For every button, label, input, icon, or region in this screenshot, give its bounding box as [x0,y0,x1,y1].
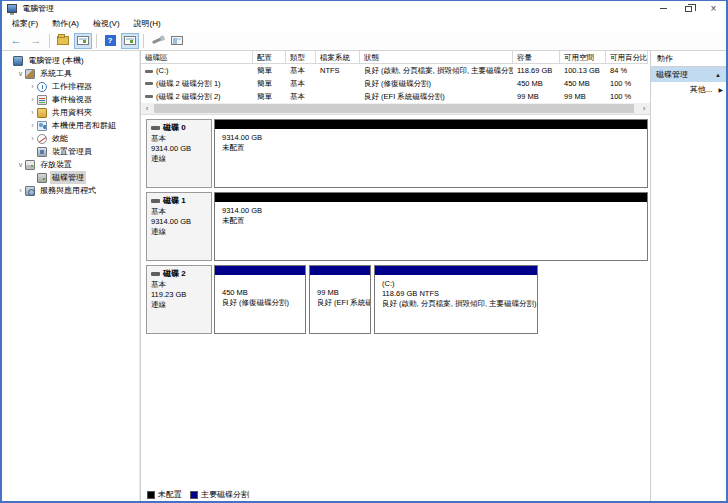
tree-item-storage[interactable]: ∨ 存放裝置 [2,158,139,171]
volume-row-c[interactable]: (C:) 簡單 基本 NTFS 良好 (啟動, 分頁檔案, 損毀傾印, 主要磁碟… [141,64,650,77]
expand-chevron-icon[interactable]: › [28,122,37,129]
title-bar: 電腦管理 × [2,1,726,16]
col-status[interactable]: 狀態 [360,51,513,64]
volume-list-header: 磁碟區 配置 類型 檔案系統 狀態 容量 可用空間 可用百分比 [141,51,650,64]
toolbar-separator [143,34,144,48]
volume-row-disk2-part1[interactable]: (磁碟 2 磁碟分割 1) 簡單 基本 良好 (修復磁碟分割) 450 MB 4… [141,77,650,90]
tree-item-device-manager[interactable]: 裝置管理員 [2,145,139,158]
tree-item-shared-folders[interactable]: › 共用資料夾 [2,106,139,119]
forward-arrow-icon: → [31,35,42,46]
properties-panel-button[interactable] [168,33,186,49]
tree-item-performance[interactable]: › 效能 [2,132,139,145]
computer-management-window: 電腦管理 × 檔案(F) 動作(A) 檢視(V) 說明(H) ← → ? [0,0,728,503]
computer-management-icon [7,4,17,13]
collapse-chevron-icon[interactable]: ∨ [16,70,25,78]
col-type[interactable]: 類型 [286,51,316,64]
toolbar: ← → ? [2,31,726,51]
device-manager-icon [37,147,47,157]
horizontal-scrollbar[interactable]: ‹ › [141,103,650,115]
disk-management-icon [37,173,47,183]
unallocated-swatch-icon [147,491,155,499]
disk-management-view: 磁碟區 配置 類型 檔案系統 狀態 容量 可用空間 可用百分比 (C:) 簡單 … [141,51,650,501]
col-filesystem[interactable]: 檔案系統 [316,51,360,64]
tree-item-disk-management[interactable]: 磁碟管理 [2,171,139,184]
disk-2-c-partition[interactable]: (C:) 118.69 GB NTFS 良好 (啟動, 分頁檔案, 損毀傾印, … [374,265,538,334]
expand-chevron-icon[interactable]: › [16,187,25,194]
disk-0-unallocated-region[interactable]: 9314.00 GB 未配置 [214,119,648,188]
volume-list: 磁碟區 配置 類型 檔案系統 狀態 容量 可用空間 可用百分比 (C:) 簡單 … [141,51,650,103]
action-pane-icon [124,36,136,45]
col-layout[interactable]: 配置 [253,51,286,64]
disk-1-info[interactable]: 磁碟 1 基本 9314.00 GB 連線 [146,192,212,261]
expand-chevron-icon[interactable]: › [28,135,37,142]
expand-chevron-icon[interactable]: › [28,83,37,90]
task-scheduler-icon [37,82,47,92]
system-tools-icon [25,69,35,79]
scroll-right-icon[interactable]: › [638,103,650,115]
unallocated-band [215,193,647,202]
close-button[interactable]: × [701,1,726,16]
collapse-chevron-icon[interactable]: ∨ [16,161,25,169]
show-console-tree-button[interactable] [54,33,72,49]
show-action-pane-button[interactable] [121,33,139,49]
menu-action[interactable]: 動作(A) [45,16,86,31]
local-users-groups-icon [37,121,47,131]
disk-icon [151,126,160,130]
minimize-button[interactable] [651,1,676,16]
col-pct-free[interactable]: 可用百分比 [606,51,648,64]
expand-chevron-icon[interactable]: › [28,109,37,116]
more-arrow-icon[interactable]: ▶ [718,86,723,93]
disk-2-info[interactable]: 磁碟 2 基本 119.23 GB 連線 [146,265,212,334]
help-button[interactable]: ? [101,33,119,49]
primary-partition-swatch-icon [190,491,198,499]
primary-partition-band [310,266,370,275]
volume-row-disk2-part2[interactable]: (磁碟 2 磁碟分割 2) 簡單 基本 良好 (EFI 系統磁碟分割) 99 M… [141,90,650,103]
disk-2-efi-partition[interactable]: 99 MB 良好 (EFI 系統磁碟分割) [309,265,371,334]
forward-button[interactable]: → [27,33,45,49]
tree-item-computer-management[interactable]: 電腦管理 (本機) [2,54,139,67]
col-free-space[interactable]: 可用空間 [560,51,606,64]
col-volume[interactable]: 磁碟區 [141,51,253,64]
performance-icon [37,134,47,144]
tree-item-task-scheduler[interactable]: › 工作排程器 [2,80,139,93]
tree-item-system-tools[interactable]: ∨ 系統工具 [2,67,139,80]
disk-1-unallocated-region[interactable]: 9314.00 GB 未配置 [214,192,648,261]
restore-icon [685,6,692,12]
actions-more[interactable]: 其他... ▶ [651,82,726,97]
collapse-arrow-icon[interactable]: ▲ [715,72,721,78]
console-tree-icon [57,36,69,45]
disk-1-row: 磁碟 1 基本 9314.00 GB 連線 9314.00 GB 未配置 [146,192,648,261]
console-window-button[interactable] [74,33,92,49]
scrollbar-thumb[interactable] [154,104,634,113]
unallocated-band [215,120,647,129]
event-viewer-icon [37,95,47,105]
disk-0-info[interactable]: 磁碟 0 基本 9314.00 GB 連線 [146,119,212,188]
restore-button[interactable] [676,1,701,16]
menu-view[interactable]: 檢視(V) [86,16,127,31]
legend-primary-partition: 主要磁碟分割 [190,489,249,500]
tree-item-event-viewer[interactable]: › 事件檢視器 [2,93,139,106]
actions-title: 動作 [651,51,726,67]
menu-help[interactable]: 說明(H) [127,16,168,31]
menu-file[interactable]: 檔案(F) [5,16,45,31]
primary-partition-band [375,266,537,275]
toolbar-separator [96,34,97,48]
console-window-icon [77,36,89,45]
shared-folders-icon [37,108,47,118]
toolbar-separator [49,34,50,48]
disk-0-row: 磁碟 0 基本 9314.00 GB 連線 9314.00 GB 未配置 [146,119,648,188]
window-title: 電腦管理 [22,3,54,14]
tree-item-services-applications[interactable]: › 服務與應用程式 [2,184,139,197]
tree-item-local-users-groups[interactable]: › 本機使用者和群組 [2,119,139,132]
disk-graphical-view: 磁碟 0 基本 9314.00 GB 連線 9314.00 GB 未配置 [141,115,650,488]
back-button[interactable]: ← [7,33,25,49]
close-icon: × [711,4,717,14]
main-content: 電腦管理 (本機) ∨ 系統工具 › 工作排程器 › 事件檢視器 › 共用資料夾 [2,51,726,501]
col-capacity[interactable]: 容量 [513,51,560,64]
expand-chevron-icon[interactable]: › [28,96,37,103]
disk-2-recovery-partition[interactable]: 450 MB 良好 (修復磁碟分割) [214,265,306,334]
actions-disk-management-group[interactable]: 磁碟管理 ▲ [651,67,726,82]
scroll-left-icon[interactable]: ‹ [141,103,153,115]
disk-tool-button[interactable] [148,33,166,49]
primary-partition-band [215,266,305,275]
